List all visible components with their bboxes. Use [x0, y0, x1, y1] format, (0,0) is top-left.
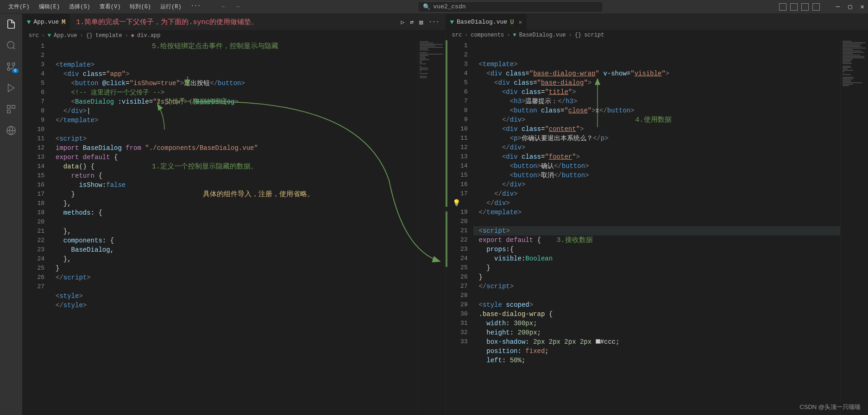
layout-icon-2[interactable]	[790, 3, 798, 11]
menu-item[interactable]: ···	[186, 1, 206, 12]
vue-icon: ▼	[27, 19, 31, 26]
minimap-left[interactable]	[417, 41, 445, 415]
minimize-icon[interactable]: —	[836, 3, 840, 11]
gutter-left: 1234567891011121314151617181920212223242…	[22, 41, 50, 415]
breadcrumb-right[interactable]: src › components › ▼ BaseDialog.vue › {}…	[446, 30, 868, 40]
menu-item[interactable]: 查看(V)	[95, 1, 126, 12]
vue-icon: ▼	[513, 32, 516, 38]
tab-basedialog-vue[interactable]: ▼ BaseDialog.vue U ✕	[446, 14, 528, 30]
close-icon[interactable]: ✕	[861, 3, 864, 11]
nav-arrows: ← →	[219, 2, 242, 11]
command-search[interactable]: 🔍 vue2_csdn	[418, 1, 603, 12]
tabs-bar-left: ▼ App.vue M 1.简单的完成一下父传子，为下面的.sync的使用做铺垫…	[22, 14, 445, 30]
compare-icon[interactable]: ⇄	[410, 19, 414, 26]
explorer-icon[interactable]	[6, 19, 17, 30]
layout-icon-3[interactable]	[801, 3, 809, 11]
svg-rect-7	[12, 105, 15, 108]
menu-item[interactable]: 编辑(E)	[34, 1, 65, 12]
tab-label: BaseDialog.vue	[457, 19, 507, 25]
search-activity-icon[interactable]	[6, 40, 17, 51]
gutter-right: 1234567891011121314151617💡19202122232425…	[446, 40, 473, 415]
activity-bar: 6	[0, 14, 22, 415]
layout-icon-1[interactable]	[779, 3, 786, 11]
extensions-icon[interactable]	[6, 104, 17, 115]
split-icon[interactable]: ▥	[419, 19, 423, 26]
editor-region: ▼ App.vue M 1.简单的完成一下父传子，为下面的.sync的使用做铺垫…	[22, 14, 868, 415]
nav-back-icon[interactable]: ←	[219, 2, 228, 11]
code-area-right[interactable]: <template> <div class="base-dialog-wrap"…	[473, 40, 841, 415]
editor-group-right: ▼ BaseDialog.vue U ✕ src › components › …	[445, 14, 868, 415]
run-debug-icon[interactable]	[6, 82, 17, 93]
editor-body-left[interactable]: 1234567891011121314151617181920212223242…	[22, 41, 445, 415]
run-icon[interactable]: ▷	[401, 19, 405, 26]
svg-rect-8	[7, 110, 10, 113]
modified-indicator: M	[62, 19, 65, 26]
scm-badge: 6	[12, 68, 19, 73]
tab-label: App.vue	[33, 19, 59, 25]
title-bar: 文件(F)编辑(E)选择(S)查看(V)转到(G)运行(R)··· ← → 🔍 …	[0, 0, 868, 14]
menu-item[interactable]: 转到(G)	[125, 1, 156, 12]
maximize-icon[interactable]: ▢	[848, 3, 852, 11]
layout-icons	[779, 3, 820, 11]
close-tab-icon[interactable]: ✕	[519, 19, 522, 26]
menu-item[interactable]: 运行(R)	[156, 1, 186, 12]
svg-marker-5	[8, 84, 14, 92]
code-area-left[interactable]: <template> <div class="app"> <button @cl…	[50, 41, 417, 415]
remote-icon[interactable]	[6, 125, 17, 136]
tabs-bar-right: ▼ BaseDialog.vue U ✕	[446, 14, 868, 30]
tab-actions: ▷ ⇄ ▥ ···	[396, 19, 445, 26]
svg-point-3	[7, 68, 10, 71]
watermark: CSDN @头顶一只喵喵	[799, 403, 861, 411]
svg-rect-6	[7, 105, 10, 108]
vue-icon: ▼	[48, 32, 51, 39]
svg-point-4	[7, 63, 10, 66]
menu-item[interactable]: 选择(S)	[64, 1, 95, 12]
minimap-right[interactable]	[840, 40, 868, 415]
main-container: 6 ▼ App.vue M 1.简单的完成一下父传子，为下面的.sync的使用做…	[0, 14, 868, 415]
breadcrumb-left[interactable]: src › ▼ App.vue › {} template › ◈ div.ap…	[22, 30, 445, 41]
layout-icon-4[interactable]	[812, 3, 820, 11]
annotation-1: 1.简单的完成一下父传子，为下面的.sync的使用做铺垫。	[70, 18, 264, 26]
svg-point-2	[13, 63, 15, 66]
vue-icon: ▼	[450, 19, 454, 26]
nav-forward-icon[interactable]: →	[233, 2, 242, 11]
more-icon[interactable]: ···	[428, 19, 439, 26]
search-text: vue2_csdn	[433, 3, 465, 10]
svg-point-0	[7, 42, 14, 49]
scroll-decoration	[446, 40, 447, 415]
tab-app-vue[interactable]: ▼ App.vue M	[22, 14, 70, 30]
source-control-icon[interactable]: 6	[6, 61, 17, 72]
editor-group-left: ▼ App.vue M 1.简单的完成一下父传子，为下面的.sync的使用做铺垫…	[22, 14, 445, 415]
svg-line-1	[13, 48, 15, 50]
editor-body-right[interactable]: 1234567891011121314151617💡19202122232425…	[446, 40, 868, 415]
window-controls: — ▢ ✕	[836, 3, 864, 11]
menu-item[interactable]: 文件(F)	[4, 1, 34, 12]
untracked-indicator: U	[510, 19, 514, 26]
search-icon: 🔍	[423, 3, 430, 11]
